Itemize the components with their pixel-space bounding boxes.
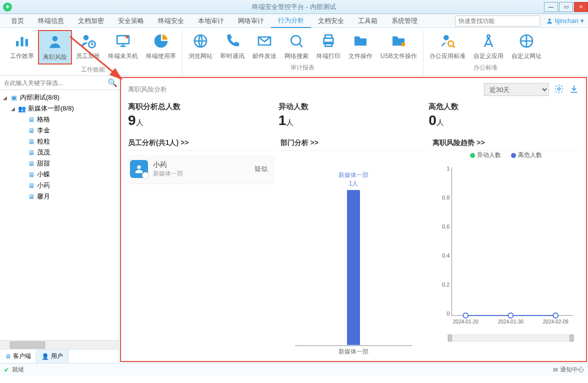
svg-text:1: 1 <box>447 166 450 172</box>
ribbon-overtime[interactable]: 员工加班 <box>72 30 104 64</box>
ribbon-mail[interactable]: 邮件发送 <box>248 30 280 62</box>
tree-member[interactable]: 🖥甜甜 <box>0 158 118 169</box>
content-panel: 离职风险分析 近30天 离职分析总人数 9人 异动人数 1人 高危人数 0人 员… <box>120 77 587 362</box>
tab-client[interactable]: 🖥客户端 <box>0 350 36 363</box>
menu-local-audit[interactable]: 本地审计 <box>191 14 231 28</box>
svg-point-32 <box>554 313 558 318</box>
monitor-icon: 🖥 <box>27 192 35 200</box>
svg-point-8 <box>126 36 128 38</box>
employee-tag: 疑似 <box>254 164 268 174</box>
svg-rect-3 <box>26 39 28 46</box>
svg-text:0: 0 <box>447 310 450 316</box>
menu-home[interactable]: 首页 <box>4 14 31 28</box>
notification-center[interactable]: ✉ 通知中心 <box>553 366 584 374</box>
tree-member[interactable]: 🖥馨月 <box>0 191 118 202</box>
svg-text:2024-01-20: 2024-01-20 <box>453 319 479 324</box>
tree-member[interactable]: 🖥小蝶 <box>0 169 118 180</box>
employee-name: 小药 <box>153 160 254 170</box>
department-panel-title[interactable]: 部门分析 >> <box>280 136 427 151</box>
close-button[interactable]: ✕ <box>574 2 588 12</box>
employee-row[interactable]: 小药 新媒体一部 疑似 <box>128 155 274 183</box>
menu-terminal-security[interactable]: 终端安全 <box>151 14 191 28</box>
user-icon: 👤 <box>42 353 49 360</box>
ribbon-group-label: 办公标准 <box>474 62 498 73</box>
employee-dept: 新媒体一部 <box>153 170 254 178</box>
svg-point-4 <box>52 36 58 42</box>
menu-system-mgmt[interactable]: 系统管理 <box>384 14 424 28</box>
stats-row: 离职分析总人数 9人 异动人数 1人 高危人数 0人 <box>128 102 579 128</box>
x-axis-label: 新媒体一部 <box>338 348 368 356</box>
sidebar-tabs: 🖥客户端 👤用户 <box>0 349 118 363</box>
tree-member[interactable]: 🖥茂茂 <box>0 147 118 158</box>
titlebar: ✚ 终端安全管控平台 - 内部测试 — ▭ ✕ <box>0 0 588 14</box>
person-icon <box>46 33 64 51</box>
monitor-icon: 🖥 <box>27 116 35 124</box>
bar-count: 1人 <box>338 180 368 188</box>
user-menu[interactable]: lijinchan ▾ <box>546 17 584 24</box>
status-text: 就绪 <box>12 366 24 374</box>
mail-icon: ✉ <box>553 366 558 374</box>
ribbon-im[interactable]: 即时通讯 <box>216 30 248 62</box>
maximize-button[interactable]: ▭ <box>559 2 573 12</box>
monitor-icon: 🖥 <box>27 182 35 190</box>
legend-dot-b-icon <box>511 153 516 158</box>
time-range-select[interactable]: 近30天 <box>484 83 549 96</box>
tree-group[interactable]: ◢👥新媒体一部(8/8) <box>0 103 118 114</box>
trend-panel-title[interactable]: 离职风险趋势 >> <box>432 136 579 151</box>
menu-terminal-info[interactable]: 终端信息 <box>31 14 71 28</box>
monitor-icon: 🖥 <box>27 170 35 178</box>
svg-point-31 <box>508 313 514 318</box>
tree-root[interactable]: ◢▣内部测试(8/8) <box>0 92 118 103</box>
menu-security-policy[interactable]: 安全策略 <box>111 14 151 28</box>
svg-text:2024-01-30: 2024-01-30 <box>498 319 524 324</box>
tree-search-input[interactable] <box>2 78 108 88</box>
svg-point-15 <box>444 35 449 40</box>
trend-range-slider[interactable] <box>448 334 574 342</box>
window-title: 终端安全管控平台 - 内部测试 <box>252 2 336 12</box>
employee-panel-title[interactable]: 员工分析(共1人) >> <box>128 136 274 151</box>
svg-point-10 <box>291 36 300 45</box>
tree-member[interactable]: 🖥粒粒 <box>0 136 118 147</box>
menu-network-audit[interactable]: 网络审计 <box>231 14 271 28</box>
panels: 员工分析(共1人) >> 小药 新媒体一部 疑似 部门分析 >> 新媒体一部 1… <box>128 136 579 357</box>
download-icon[interactable] <box>569 84 579 96</box>
ribbon-office-std[interactable]: 办公应用标准 <box>426 30 470 62</box>
svg-text:0.8: 0.8 <box>442 194 450 200</box>
search-icon[interactable]: 🔍 <box>108 78 116 88</box>
ribbon-terminal-usage[interactable]: 终端使用率 <box>142 30 180 64</box>
tree-member[interactable]: 🖥格格 <box>0 114 118 125</box>
ribbon-work-efficiency[interactable]: 工作效率 <box>6 30 38 64</box>
ribbon-browse-web[interactable]: 浏览网站 <box>184 30 216 62</box>
employee-panel: 员工分析(共1人) >> 小药 新媒体一部 疑似 <box>128 136 274 357</box>
menu-behavior-analysis[interactable]: 行为分析 <box>271 14 311 28</box>
settings-icon[interactable] <box>554 84 564 96</box>
ribbon-custom-url[interactable]: 自定义网址 <box>508 30 546 62</box>
quick-search-input[interactable] <box>455 16 540 26</box>
menu-doc-encrypt[interactable]: 文档加密 <box>71 14 111 28</box>
tree-member[interactable]: 🖥李金 <box>0 125 118 136</box>
monitor-icon: 🖥 <box>27 160 35 168</box>
ribbon-print[interactable]: 终端打印 <box>312 30 344 62</box>
tree-member[interactable]: 🖥小药 <box>0 180 118 191</box>
ribbon-group-label: 审计报表 <box>290 62 314 73</box>
phone-icon <box>224 32 242 50</box>
ribbon-net-search[interactable]: 网络搜索 <box>280 30 312 62</box>
ribbon-custom-app[interactable]: 自定义应用 <box>470 30 508 62</box>
department-chart: 新媒体一部 1人 新媒体一部 <box>280 156 427 357</box>
menu-doc-security[interactable]: 文档安全 <box>311 14 351 28</box>
ribbon-file-ops[interactable]: 文件操作 <box>344 30 376 62</box>
monitor-icon <box>114 32 132 50</box>
ribbon-resignation-risk[interactable]: 离职风险 <box>38 30 72 64</box>
pie-icon <box>152 32 170 50</box>
tree-scrollbar[interactable] <box>0 340 118 349</box>
bars-icon <box>13 32 31 50</box>
menu-toolbox[interactable]: 工具箱 <box>351 14 384 28</box>
tab-user[interactable]: 👤用户 <box>36 350 68 363</box>
monitor-icon: 🖥 <box>27 138 35 146</box>
minimize-button[interactable]: — <box>544 2 558 12</box>
main-area: 🔍 ◢▣内部测试(8/8) ◢👥新媒体一部(8/8) 🖥格格 🖥李金 🖥粒粒 🖥… <box>0 76 588 363</box>
ribbon-terminal-not-off[interactable]: 终端未关机 <box>104 30 142 64</box>
usb-icon <box>390 32 408 50</box>
stat-total: 离职分析总人数 9人 <box>128 102 278 128</box>
ribbon-usb-ops[interactable]: USB文件操作 <box>376 30 421 62</box>
